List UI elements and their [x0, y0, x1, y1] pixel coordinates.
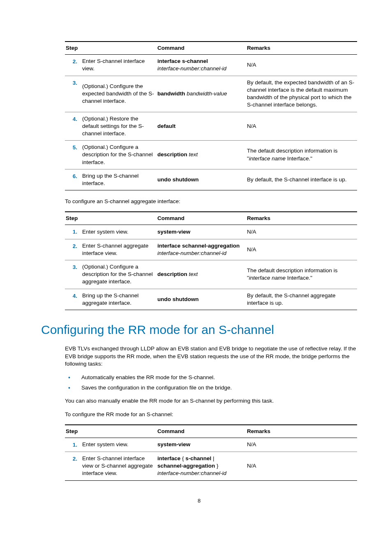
- col-command: Command: [157, 425, 246, 438]
- table-row: 2. Enter S-channel interface view. inter…: [65, 55, 357, 76]
- col-step: Step: [65, 425, 157, 438]
- step-remarks: N/A: [246, 112, 357, 141]
- table-rr-mode: Step Command Remarks 1. Enter system vie…: [65, 424, 357, 481]
- col-command: Command: [157, 42, 246, 55]
- col-command: Command: [157, 212, 246, 225]
- table-row: 3. (Optional.) Configure a description f…: [65, 260, 357, 289]
- step-number: 5.: [65, 141, 81, 169]
- step-desc: Enter system view.: [81, 225, 157, 239]
- table-row: 5. (Optional.) Configure a description f…: [65, 141, 357, 169]
- step-desc: Bring up the S-channel aggregate interfa…: [81, 289, 157, 310]
- section-para: You can also manually enable the RR mode…: [65, 397, 357, 405]
- table-row: 2. Enter S-channel aggregate interface v…: [65, 239, 357, 260]
- step-number: 3.: [65, 260, 81, 289]
- step-number: 2.: [65, 55, 81, 76]
- step-remarks: N/A: [246, 55, 357, 76]
- section-para: EVB TLVs exchanged through LLDP allow an…: [65, 345, 357, 368]
- step-number: 2.: [65, 239, 81, 260]
- col-remarks: Remarks: [246, 212, 357, 225]
- table-schannel-aggregate: Step Command Remarks 1. Enter system vie…: [65, 211, 357, 310]
- step-number: 3.: [65, 76, 81, 112]
- col-remarks: Remarks: [246, 425, 357, 438]
- step-remarks: By default, the S-channel aggregate inte…: [246, 289, 357, 310]
- step-number: 1.: [65, 225, 81, 239]
- table2-intro: To configure an S-channel aggregate inte…: [65, 198, 357, 206]
- step-number: 4.: [65, 112, 81, 141]
- step-remarks: N/A: [246, 239, 357, 260]
- step-remarks: The default description information is "…: [246, 260, 357, 289]
- col-step: Step: [65, 212, 157, 225]
- step-desc: Enter S-channel interface view.: [81, 55, 157, 76]
- step-command: description text: [157, 141, 246, 169]
- step-command: system-view: [157, 225, 246, 239]
- step-command: interface s-channel interface-number:cha…: [157, 55, 246, 76]
- list-item: Automatically enables the RR mode for th…: [65, 374, 357, 381]
- section-body: EVB TLVs exchanged through LLDP allow an…: [65, 345, 357, 481]
- step-number: 1.: [65, 438, 81, 452]
- table1-wrapper: Step Command Remarks 2. Enter S-channel …: [65, 41, 357, 310]
- table-row: 3. (Optional.) Configure the expected ba…: [65, 76, 357, 112]
- step-desc: Bring up the S-channel interface.: [81, 169, 157, 190]
- step-remarks: N/A: [246, 452, 357, 480]
- step-command: description text: [157, 260, 246, 289]
- step-command: undo shutdown: [157, 289, 246, 310]
- step-command: bandwidth bandwidth-value: [157, 76, 246, 112]
- step-number: 6.: [65, 169, 81, 190]
- step-command: interface { s-channel | schannel-aggrega…: [157, 452, 246, 480]
- step-desc: (Optional.) Restore the default settings…: [81, 112, 157, 141]
- step-remarks: N/A: [246, 438, 357, 452]
- step-command: undo shutdown: [157, 169, 246, 190]
- step-remarks: By default, the S-channel interface is u…: [246, 169, 357, 190]
- page-number: 8: [41, 497, 357, 505]
- step-command: default: [157, 112, 246, 141]
- step-remarks: By default, the expected bandwidth of an…: [246, 76, 357, 112]
- table-schannel-interface: Step Command Remarks 2. Enter S-channel …: [65, 41, 357, 190]
- table-row: 6. Bring up the S-channel interface. und…: [65, 169, 357, 190]
- section-heading: Configuring the RR mode for an S-channel: [41, 322, 357, 338]
- step-command: system-view: [157, 438, 246, 452]
- step-number: 4.: [65, 289, 81, 310]
- bullet-list: Automatically enables the RR mode for th…: [65, 374, 357, 391]
- step-desc: (Optional.) Configure a description for …: [81, 260, 157, 289]
- step-remarks: The default description information is "…: [246, 141, 357, 169]
- step-desc: (Optional.) Configure the expected bandw…: [81, 76, 157, 112]
- step-command: interface schannel-aggregation interface…: [157, 239, 246, 260]
- section-para: To configure the RR mode for an S-channe…: [65, 411, 357, 419]
- col-remarks: Remarks: [246, 42, 357, 55]
- step-desc: Enter S-channel interface view or S-chan…: [81, 452, 157, 480]
- table-row: 4. (Optional.) Restore the default setti…: [65, 112, 357, 141]
- list-item: Saves the configuration in the configura…: [65, 384, 357, 392]
- table-row: 2. Enter S-channel interface view or S-c…: [65, 452, 357, 480]
- table-row: 1. Enter system view. system-view N/A: [65, 438, 357, 452]
- step-desc: Enter system view.: [81, 438, 157, 452]
- step-remarks: N/A: [246, 225, 357, 239]
- step-number: 2.: [65, 452, 81, 480]
- col-step: Step: [65, 42, 157, 55]
- table-row: 1. Enter system view. system-view N/A: [65, 225, 357, 239]
- step-desc: (Optional.) Configure a description for …: [81, 141, 157, 169]
- step-desc: Enter S-channel aggregate interface view…: [81, 239, 157, 260]
- table-row: 4. Bring up the S-channel aggregate inte…: [65, 289, 357, 310]
